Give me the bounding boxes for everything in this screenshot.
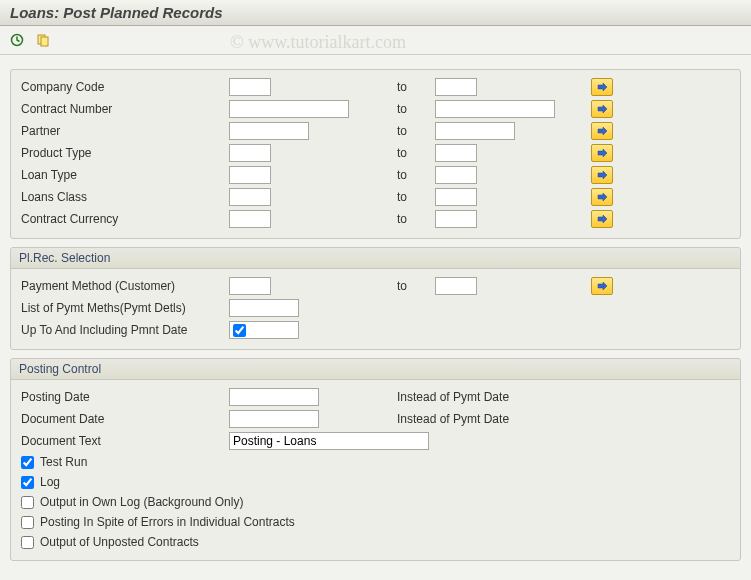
arrow-right-icon [597, 148, 607, 158]
from-input[interactable] [229, 100, 349, 118]
posting-date-input[interactable] [229, 388, 319, 406]
from-input[interactable] [229, 166, 271, 184]
to-label: to [367, 80, 427, 94]
to-label: to [367, 279, 427, 293]
document-text-row: Document Text [11, 430, 740, 452]
document-text-input[interactable] [229, 432, 429, 450]
to-input[interactable] [435, 144, 477, 162]
multi-select-button[interactable] [591, 188, 613, 206]
payment-method-to-input[interactable] [435, 277, 477, 295]
payment-method-row: Payment Method (Customer) to [11, 275, 740, 297]
checkbox-row: Test Run [11, 452, 740, 472]
selection-row: Partnerto [11, 120, 740, 142]
toolbar [0, 26, 751, 55]
document-date-note: Instead of Pymt Date [367, 412, 617, 426]
option-checkbox[interactable] [21, 516, 34, 529]
up-to-date-checkbox[interactable] [233, 324, 246, 337]
to-input[interactable] [435, 78, 477, 96]
multi-select-button[interactable] [591, 78, 613, 96]
get-variant-button[interactable] [32, 30, 54, 50]
to-label: to [367, 124, 427, 138]
from-input[interactable] [229, 122, 309, 140]
multi-select-button[interactable] [591, 277, 613, 295]
selection-row: Contract Numberto [11, 98, 740, 120]
checkbox-label: Test Run [40, 455, 87, 469]
clock-execute-icon [10, 33, 24, 47]
arrow-right-icon [597, 82, 607, 92]
option-checkbox[interactable] [21, 476, 34, 489]
selection-row: Product Typeto [11, 142, 740, 164]
posting-control-group: Posting Control Posting Date Instead of … [10, 358, 741, 561]
field-label: Contract Number [21, 102, 221, 116]
list-pymt-label: List of Pymt Meths(Pymt Detls) [21, 301, 221, 315]
field-label: Loans Class [21, 190, 221, 204]
plrec-title: Pl.Rec. Selection [11, 248, 740, 269]
multi-select-button[interactable] [591, 122, 613, 140]
document-date-row: Document Date Instead of Pymt Date [11, 408, 740, 430]
plrec-selection-group: Pl.Rec. Selection Payment Method (Custom… [10, 247, 741, 350]
checkbox-row: Output in Own Log (Background Only) [11, 492, 740, 512]
checkbox-label: Output in Own Log (Background Only) [40, 495, 243, 509]
multi-select-button[interactable] [591, 210, 613, 228]
option-checkbox[interactable] [21, 456, 34, 469]
field-label: Partner [21, 124, 221, 138]
field-label: Company Code [21, 80, 221, 94]
field-label: Loan Type [21, 168, 221, 182]
arrow-right-icon [597, 126, 607, 136]
field-label: Contract Currency [21, 212, 221, 226]
selection-row: Company Codeto [11, 76, 740, 98]
list-pymt-row: List of Pymt Meths(Pymt Detls) [11, 297, 740, 319]
arrow-right-icon [597, 170, 607, 180]
page-title: Loans: Post Planned Records [0, 0, 751, 26]
field-label: Product Type [21, 146, 221, 160]
to-input[interactable] [435, 166, 477, 184]
multi-select-button[interactable] [591, 144, 613, 162]
arrow-right-icon [597, 104, 607, 114]
document-text-label: Document Text [21, 434, 221, 448]
to-label: to [367, 168, 427, 182]
list-pymt-input[interactable] [229, 299, 299, 317]
selection-row: Loan Typeto [11, 164, 740, 186]
execute-button[interactable] [6, 30, 28, 50]
from-input[interactable] [229, 188, 271, 206]
multi-select-button[interactable] [591, 100, 613, 118]
checkbox-row: Output of Unposted Contracts [11, 532, 740, 552]
from-input[interactable] [229, 144, 271, 162]
document-date-input[interactable] [229, 410, 319, 428]
to-label: to [367, 212, 427, 226]
checkbox-row: Log [11, 472, 740, 492]
to-label: to [367, 190, 427, 204]
to-input[interactable] [435, 122, 515, 140]
document-date-label: Document Date [21, 412, 221, 426]
posting-control-title: Posting Control [11, 359, 740, 380]
up-to-date-label: Up To And Including Pmnt Date [21, 323, 221, 337]
selection-row: Contract Currencyto [11, 208, 740, 230]
payment-method-from-input[interactable] [229, 277, 271, 295]
payment-method-label: Payment Method (Customer) [21, 279, 221, 293]
selection-row: Loans Classto [11, 186, 740, 208]
selection-group: Company CodetoContract NumbertoPartnerto… [10, 69, 741, 239]
arrow-right-icon [597, 192, 607, 202]
to-label: to [367, 146, 427, 160]
option-checkbox[interactable] [21, 496, 34, 509]
svg-rect-2 [41, 37, 48, 46]
to-input[interactable] [435, 188, 477, 206]
posting-date-label: Posting Date [21, 390, 221, 404]
posting-date-row: Posting Date Instead of Pymt Date [11, 386, 740, 408]
option-checkbox[interactable] [21, 536, 34, 549]
up-to-date-row: Up To And Including Pmnt Date [11, 319, 740, 341]
to-label: to [367, 102, 427, 116]
from-input[interactable] [229, 78, 271, 96]
multi-select-button[interactable] [591, 166, 613, 184]
arrow-right-icon [597, 281, 607, 291]
checkbox-label: Posting In Spite of Errors in Individual… [40, 515, 295, 529]
up-to-date-field[interactable] [229, 321, 299, 339]
to-input[interactable] [435, 100, 555, 118]
variant-icon [36, 33, 50, 47]
posting-date-note: Instead of Pymt Date [367, 390, 617, 404]
checkbox-label: Log [40, 475, 60, 489]
arrow-right-icon [597, 214, 607, 224]
checkbox-label: Output of Unposted Contracts [40, 535, 199, 549]
from-input[interactable] [229, 210, 271, 228]
to-input[interactable] [435, 210, 477, 228]
